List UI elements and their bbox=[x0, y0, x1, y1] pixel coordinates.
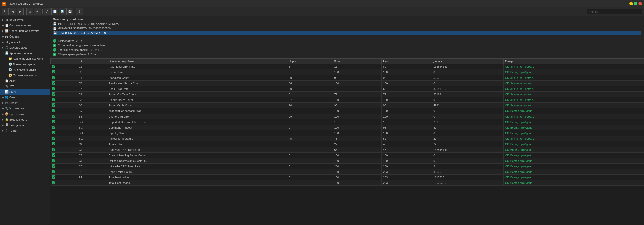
tree-arrow-tests: ▶ bbox=[1, 129, 5, 132]
row-check-10[interactable] bbox=[51, 119, 77, 125]
tree-arrow-os: ▶ bbox=[1, 29, 5, 33]
close-button[interactable] bbox=[638, 2, 642, 5]
app-logo: 64 bbox=[2, 2, 6, 6]
info-row-2: ✓Записано за всё время: 771.34 ГБ bbox=[53, 48, 641, 52]
table-row[interactable]: C5 Current Pending Sector Count 0 100 10… bbox=[51, 153, 644, 158]
table-row[interactable]: 0A Spinup Retry Count 97 100 100 0 ОК: З… bbox=[51, 97, 644, 103]
row-check-19[interactable] bbox=[51, 169, 77, 175]
sidebar-item-server[interactable]: ▶ 🖧 Сервер bbox=[0, 34, 50, 39]
toolbar-home[interactable]: ⌂ bbox=[26, 8, 33, 15]
row-check-5[interactable] bbox=[51, 92, 77, 97]
toolbar-print[interactable]: 🖨 bbox=[44, 8, 51, 15]
row-threshold-9: 99 bbox=[287, 114, 333, 119]
sidebar-item-software[interactable]: ▶ 📦 Программы bbox=[0, 111, 50, 117]
sidebar-item-smart[interactable]: 📊 SMART bbox=[0, 89, 50, 95]
table-row[interactable]: 07 Seek Error Rate 30 78 60 3064115... О… bbox=[51, 86, 644, 92]
row-check-16[interactable] bbox=[51, 153, 77, 158]
sidebar-item-aspi[interactable]: 📋 ASPI bbox=[0, 78, 50, 84]
table-row[interactable]: BD High Fly Writes 0 100 100 0 ОК: Всегд… bbox=[51, 130, 644, 136]
table-row[interactable]: C7 Ultra ATA CRC Error Rate 0 200 200 2 … bbox=[51, 164, 644, 169]
sidebar-item-storage[interactable]: ▼ 💾 Хранение данных bbox=[0, 50, 50, 56]
row-check-3[interactable] bbox=[51, 81, 77, 86]
table-row[interactable]: F2 Total Host Reads 0 100 253 1900535...… bbox=[51, 180, 644, 186]
table-row[interactable]: C2 Temperature 0 22 48 22 ОК: Всегда про… bbox=[51, 141, 644, 147]
table-row[interactable]: B7 <зависит от поставщика> 0 100 100 0 О… bbox=[51, 108, 644, 114]
sidebar-item-directx[interactable]: ▶ 🎮 DirectX bbox=[0, 100, 50, 106]
row-check-15[interactable] bbox=[51, 147, 77, 153]
sidebar-item-tests[interactable]: ▶ ⚗ Тесты bbox=[0, 128, 50, 133]
toolbar-save[interactable]: 💾 bbox=[66, 8, 73, 15]
row-check-1[interactable] bbox=[51, 69, 77, 75]
row-name-21: Total Host Reads bbox=[107, 180, 287, 186]
toolbar-forward[interactable]: ▶ bbox=[17, 8, 24, 15]
row-threshold-8: 0 bbox=[287, 108, 333, 114]
toolbar-refresh[interactable]: ↻ bbox=[2, 8, 9, 15]
row-check-0[interactable] bbox=[51, 64, 77, 69]
row-check-18[interactable] bbox=[51, 164, 77, 169]
row-check-4[interactable] bbox=[51, 86, 77, 92]
table-row[interactable]: F0 Head Flying Hours 0 100 253 33595 ОК:… bbox=[51, 169, 644, 175]
table-row[interactable]: 05 Reallocated Sector Count 36 100 100 0… bbox=[51, 81, 644, 86]
sidebar-item-optical[interactable]: 📀 Оптические накопит... bbox=[0, 72, 50, 78]
sidebar-item-motherboard[interactable]: ▶ 📋 Системная плата bbox=[0, 23, 50, 28]
table-row[interactable]: 03 Spinup Time 0 100 100 0 ОК: Всегда пр… bbox=[51, 69, 644, 75]
row-check-14[interactable] bbox=[51, 141, 77, 147]
device-item-0[interactable]: 💾INTEL SSDPEKNU512GZ (BTKA219423M3512A) bbox=[53, 22, 641, 26]
sidebar-item-display[interactable]: ▶ 🖥 Дисплей bbox=[0, 39, 50, 45]
table-row[interactable]: B8 End-to-End Error 99 100 100 0 ОК: Зна… bbox=[51, 114, 644, 119]
row-check-20[interactable] bbox=[51, 175, 77, 180]
toolbar-chart[interactable]: 📊 bbox=[59, 8, 66, 15]
table-row[interactable]: BC Command Timeout 0 100 98 81 ОК: Всегд… bbox=[51, 125, 644, 130]
table-row[interactable]: 0C Power Cycle Count 20 96 96 4991 ОК: З… bbox=[51, 103, 644, 108]
sidebar-item-storage-wind[interactable]: 📁 Хранение данных Wind bbox=[0, 56, 50, 61]
device-item-2[interactable]: 💾ST3200DM000-1BC14C (Z2AM9G1R) bbox=[53, 31, 641, 35]
sidebar-item-computer[interactable]: ▶ 🖥 Компьютер bbox=[0, 17, 50, 23]
sidebar-item-security[interactable]: ▶ 🔒 Безопасность bbox=[0, 117, 50, 122]
sidebar-label-smart: SMART bbox=[9, 90, 19, 94]
table-row[interactable]: C6 Offline Uncorrectable Sector C... 0 1… bbox=[51, 158, 644, 164]
table-row[interactable]: F1 Total Host Writes 0 100 253 1617625..… bbox=[51, 175, 644, 180]
toolbar-info[interactable]: ℹ bbox=[76, 8, 83, 15]
desc-panel-title: Описание устройства bbox=[53, 18, 641, 21]
row-check-17[interactable] bbox=[51, 158, 77, 164]
table-row[interactable]: BE Airflow Temperature 45 78 52 22 ОК: З… bbox=[51, 136, 644, 141]
sidebar-item-logical-disks[interactable]: 💿 Логические диски bbox=[0, 61, 50, 67]
row-id-20: F1 bbox=[77, 175, 107, 180]
row-status-8: ОК: Всегда пройдено bbox=[503, 108, 644, 114]
table-row[interactable]: 04 Start/Stop Count 20 96 96 5007 ОК: Зн… bbox=[51, 75, 644, 81]
row-check-8[interactable] bbox=[51, 108, 77, 114]
device-item-1[interactable]: 💾GIGABYTE G325E1TB (SN234608900500) bbox=[53, 26, 641, 31]
device-label-1: GIGABYTE G325E1TB (SN234608900500) bbox=[58, 27, 112, 30]
row-check-7[interactable] bbox=[51, 103, 77, 108]
table-row[interactable]: 09 Power-On Time Count 0 77 77 20169 ОК:… bbox=[51, 92, 644, 97]
sidebar-item-ata[interactable]: 🔌 ATA bbox=[0, 84, 50, 89]
window-controls[interactable] bbox=[629, 2, 642, 5]
table-row[interactable]: C3 Hardware ECC Recovered 0 66 45 132844… bbox=[51, 147, 644, 153]
row-check-13[interactable] bbox=[51, 136, 77, 141]
table-row[interactable]: 01 Raw Read Error Rate 6 117 89 13284414… bbox=[51, 64, 644, 69]
row-check-2[interactable] bbox=[51, 75, 77, 81]
sidebar-item-multimedia[interactable]: ▶ 🎵 Мультимедиа bbox=[0, 45, 50, 50]
sidebar-item-devices[interactable]: ▶ 🔧 Устройства bbox=[0, 106, 50, 111]
table-row[interactable]: BB Reported Uncorrectable Errors 0 1 1 2… bbox=[51, 119, 644, 125]
row-check-11[interactable] bbox=[51, 125, 77, 130]
sidebar-item-physical-disks[interactable]: 💿 Физические диски bbox=[0, 67, 50, 72]
search-input[interactable] bbox=[587, 9, 642, 14]
row-check-6[interactable] bbox=[51, 97, 77, 103]
sidebar-item-os[interactable]: ▶ 🪟 Операционная система bbox=[0, 28, 50, 34]
toolbar-favorite[interactable]: ★ bbox=[34, 8, 41, 15]
row-check-12[interactable] bbox=[51, 130, 77, 136]
row-check-9[interactable] bbox=[51, 114, 77, 119]
row-id-6: 0A bbox=[77, 97, 107, 103]
tree-arrow-optical bbox=[5, 73, 8, 77]
sidebar-item-network[interactable]: ▶ 🌐 Сеть bbox=[0, 95, 50, 100]
maximize-button[interactable] bbox=[634, 2, 637, 5]
toolbar-report[interactable]: 📄 bbox=[51, 8, 58, 15]
toolbar-back[interactable]: ◀ bbox=[9, 8, 16, 15]
row-threshold-6: 97 bbox=[287, 97, 333, 103]
minimize-button[interactable] bbox=[629, 2, 633, 5]
tree-icon-motherboard: 📋 bbox=[5, 23, 9, 27]
row-value-1: 100 bbox=[333, 69, 381, 75]
row-check-21[interactable] bbox=[51, 180, 77, 186]
sidebar-item-database[interactable]: ▶ 🗄 База данных bbox=[0, 122, 50, 128]
